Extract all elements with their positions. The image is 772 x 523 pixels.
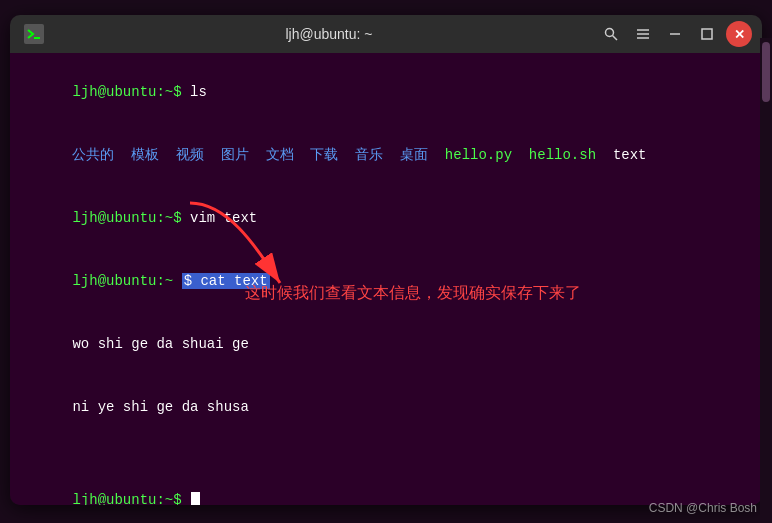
spacer (22, 439, 750, 469)
terminal-line-3: ljh@ubuntu:~$ vim text (22, 187, 750, 250)
menu-button[interactable] (630, 21, 656, 47)
search-button[interactable] (598, 21, 624, 47)
svg-point-2 (606, 29, 614, 37)
terminal-line-2: 公共的 模板 视频 图片 文档 下载 音乐 桌面 hello.py hello.… (22, 124, 750, 187)
titlebar: ljh@ubuntu: ~ (10, 15, 762, 53)
cursor (191, 492, 200, 505)
prompt-1: ljh@ubuntu:~$ (72, 84, 190, 100)
minimize-button[interactable] (662, 21, 688, 47)
watermark: CSDN @Chris Bosh (649, 501, 757, 515)
terminal-line-4: ljh@ubuntu:~ $ cat text (22, 250, 750, 313)
terminal-icon (20, 20, 48, 48)
terminal-body[interactable]: ljh@ubuntu:~$ ls 公共的 模板 视频 图片 文档 下载 音乐 桌… (10, 53, 762, 505)
terminal-final-prompt: ljh@ubuntu:~$ (22, 469, 750, 505)
scrollbar-thumb[interactable] (762, 42, 770, 102)
window-title: ljh@ubuntu: ~ (60, 26, 598, 42)
terminal-window: ljh@ubuntu: ~ (10, 15, 762, 505)
terminal-line-1: ljh@ubuntu:~$ ls (22, 61, 750, 124)
close-button[interactable]: ✕ (726, 21, 752, 47)
svg-line-3 (613, 36, 618, 41)
svg-rect-8 (702, 29, 712, 39)
titlebar-left (20, 20, 60, 48)
terminal-line-6: ni ye shi ge da shusa (22, 376, 750, 439)
titlebar-buttons: ✕ (598, 21, 752, 47)
maximize-button[interactable] (694, 21, 720, 47)
scrollbar[interactable] (760, 38, 772, 523)
terminal-line-5: wo shi ge da shuai ge (22, 313, 750, 376)
